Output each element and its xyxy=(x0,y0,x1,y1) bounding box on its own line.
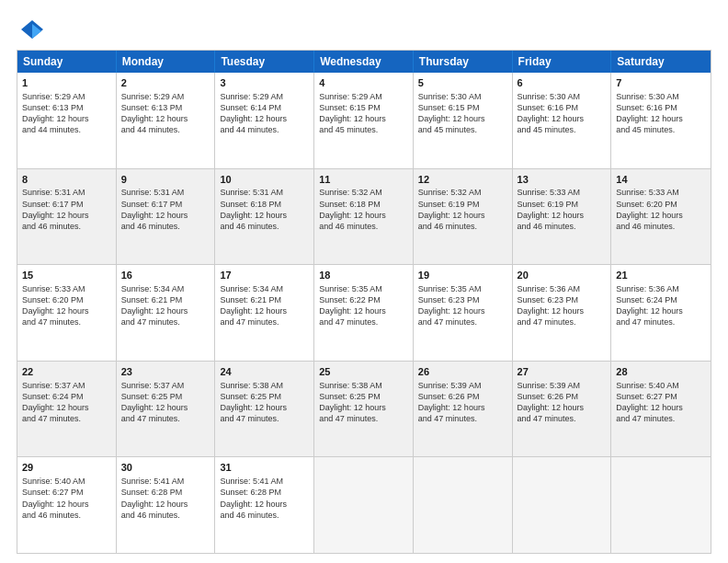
calendar-week-2: 8Sunrise: 5:31 AMSunset: 6:17 PMDaylight… xyxy=(17,168,711,265)
calendar-cell: 30Sunrise: 5:41 AMSunset: 6:28 PMDayligh… xyxy=(117,457,216,553)
calendar-cell xyxy=(314,457,414,553)
day-info: Sunrise: 5:29 AMSunset: 6:14 PMDaylight:… xyxy=(220,91,309,136)
calendar-cell: 20Sunrise: 5:36 AMSunset: 6:23 PMDayligh… xyxy=(513,265,612,361)
calendar-cell: 2Sunrise: 5:29 AMSunset: 6:13 PMDaylight… xyxy=(117,73,216,168)
day-info: Sunrise: 5:30 AMSunset: 6:16 PMDaylight:… xyxy=(518,91,607,136)
day-number: 11 xyxy=(319,173,408,187)
day-number: 17 xyxy=(220,269,309,282)
calendar-cell: 21Sunrise: 5:36 AMSunset: 6:24 PMDayligh… xyxy=(611,265,711,361)
header-day-saturday: Saturday xyxy=(611,51,711,73)
logo xyxy=(17,17,45,40)
day-info: Sunrise: 5:30 AMSunset: 6:16 PMDaylight:… xyxy=(616,91,706,136)
day-number: 10 xyxy=(220,173,309,187)
header-day-monday: Monday xyxy=(117,51,216,73)
calendar-cell: 25Sunrise: 5:38 AMSunset: 6:25 PMDayligh… xyxy=(314,362,414,457)
day-number: 23 xyxy=(121,365,210,379)
day-number: 28 xyxy=(616,365,706,379)
day-info: Sunrise: 5:33 AMSunset: 6:20 PMDaylight:… xyxy=(22,283,111,328)
day-info: Sunrise: 5:31 AMSunset: 6:17 PMDaylight:… xyxy=(121,187,210,232)
day-number: 14 xyxy=(616,173,706,187)
header-day-friday: Friday xyxy=(513,51,612,73)
calendar-cell: 31Sunrise: 5:41 AMSunset: 6:28 PMDayligh… xyxy=(215,457,314,553)
calendar-cell: 24Sunrise: 5:38 AMSunset: 6:25 PMDayligh… xyxy=(215,362,314,457)
day-number: 15 xyxy=(22,269,111,282)
calendar-cell: 29Sunrise: 5:40 AMSunset: 6:27 PMDayligh… xyxy=(17,457,117,553)
header-day-wednesday: Wednesday xyxy=(314,51,414,73)
day-info: Sunrise: 5:35 AMSunset: 6:23 PMDaylight:… xyxy=(418,283,507,328)
calendar-cell: 13Sunrise: 5:33 AMSunset: 6:19 PMDayligh… xyxy=(513,169,612,265)
day-number: 12 xyxy=(418,173,507,187)
calendar-week-1: 1Sunrise: 5:29 AMSunset: 6:13 PMDaylight… xyxy=(17,73,711,168)
day-info: Sunrise: 5:29 AMSunset: 6:15 PMDaylight:… xyxy=(319,91,408,136)
day-number: 18 xyxy=(319,269,408,282)
day-number: 9 xyxy=(121,173,210,187)
day-number: 30 xyxy=(121,461,210,475)
calendar: SundayMondayTuesdayWednesdayThursdayFrid… xyxy=(17,50,711,554)
day-info: Sunrise: 5:35 AMSunset: 6:22 PMDaylight:… xyxy=(319,283,408,328)
day-info: Sunrise: 5:31 AMSunset: 6:18 PMDaylight:… xyxy=(220,187,309,232)
day-number: 20 xyxy=(518,269,607,282)
logo-icon xyxy=(19,17,45,42)
page: SundayMondayTuesdayWednesdayThursdayFrid… xyxy=(0,0,728,563)
day-info: Sunrise: 5:37 AMSunset: 6:24 PMDaylight:… xyxy=(22,380,111,425)
calendar-week-5: 29Sunrise: 5:40 AMSunset: 6:27 PMDayligh… xyxy=(17,456,711,553)
calendar-body: 1Sunrise: 5:29 AMSunset: 6:13 PMDaylight… xyxy=(17,73,711,553)
day-info: Sunrise: 5:36 AMSunset: 6:23 PMDaylight:… xyxy=(518,283,607,328)
day-number: 25 xyxy=(319,365,408,379)
day-info: Sunrise: 5:34 AMSunset: 6:21 PMDaylight:… xyxy=(121,283,210,328)
day-info: Sunrise: 5:41 AMSunset: 6:28 PMDaylight:… xyxy=(220,476,309,521)
calendar-cell: 19Sunrise: 5:35 AMSunset: 6:23 PMDayligh… xyxy=(414,265,513,361)
calendar-cell: 14Sunrise: 5:33 AMSunset: 6:20 PMDayligh… xyxy=(611,169,711,265)
day-info: Sunrise: 5:33 AMSunset: 6:20 PMDaylight:… xyxy=(616,187,706,232)
day-number: 4 xyxy=(319,76,408,90)
day-info: Sunrise: 5:40 AMSunset: 6:27 PMDaylight:… xyxy=(22,476,111,521)
day-info: Sunrise: 5:32 AMSunset: 6:19 PMDaylight:… xyxy=(418,187,507,232)
day-info: Sunrise: 5:39 AMSunset: 6:26 PMDaylight:… xyxy=(518,380,607,425)
day-number: 31 xyxy=(220,461,309,475)
calendar-cell: 22Sunrise: 5:37 AMSunset: 6:24 PMDayligh… xyxy=(17,362,117,457)
calendar-cell: 18Sunrise: 5:35 AMSunset: 6:22 PMDayligh… xyxy=(314,265,414,361)
day-info: Sunrise: 5:29 AMSunset: 6:13 PMDaylight:… xyxy=(22,91,111,136)
day-info: Sunrise: 5:41 AMSunset: 6:28 PMDaylight:… xyxy=(121,476,210,521)
calendar-cell xyxy=(414,457,513,553)
calendar-cell xyxy=(611,457,711,553)
day-number: 29 xyxy=(22,461,111,475)
day-info: Sunrise: 5:38 AMSunset: 6:25 PMDaylight:… xyxy=(319,380,408,425)
calendar-cell: 23Sunrise: 5:37 AMSunset: 6:25 PMDayligh… xyxy=(117,362,216,457)
calendar-week-3: 15Sunrise: 5:33 AMSunset: 6:20 PMDayligh… xyxy=(17,264,711,361)
day-info: Sunrise: 5:31 AMSunset: 6:17 PMDaylight:… xyxy=(22,187,111,232)
day-number: 13 xyxy=(518,173,607,187)
day-number: 2 xyxy=(121,76,210,90)
day-number: 3 xyxy=(220,76,309,90)
calendar-cell: 27Sunrise: 5:39 AMSunset: 6:26 PMDayligh… xyxy=(513,362,612,457)
calendar-cell: 15Sunrise: 5:33 AMSunset: 6:20 PMDayligh… xyxy=(17,265,117,361)
header-day-thursday: Thursday xyxy=(414,51,513,73)
header-day-tuesday: Tuesday xyxy=(215,51,314,73)
calendar-cell: 10Sunrise: 5:31 AMSunset: 6:18 PMDayligh… xyxy=(215,169,314,265)
calendar-cell: 9Sunrise: 5:31 AMSunset: 6:17 PMDaylight… xyxy=(117,169,216,265)
calendar-cell: 1Sunrise: 5:29 AMSunset: 6:13 PMDaylight… xyxy=(17,73,117,168)
calendar-cell: 6Sunrise: 5:30 AMSunset: 6:16 PMDaylight… xyxy=(513,73,612,168)
day-number: 26 xyxy=(418,365,507,379)
day-info: Sunrise: 5:34 AMSunset: 6:21 PMDaylight:… xyxy=(220,283,309,328)
day-number: 1 xyxy=(22,76,111,90)
day-info: Sunrise: 5:36 AMSunset: 6:24 PMDaylight:… xyxy=(616,283,706,328)
day-info: Sunrise: 5:38 AMSunset: 6:25 PMDaylight:… xyxy=(220,380,309,425)
day-number: 19 xyxy=(418,269,507,282)
day-info: Sunrise: 5:37 AMSunset: 6:25 PMDaylight:… xyxy=(121,380,210,425)
day-number: 21 xyxy=(616,269,706,282)
calendar-header: SundayMondayTuesdayWednesdayThursdayFrid… xyxy=(17,51,711,73)
header xyxy=(17,17,711,40)
day-info: Sunrise: 5:32 AMSunset: 6:18 PMDaylight:… xyxy=(319,187,408,232)
day-number: 16 xyxy=(121,269,210,282)
calendar-cell: 5Sunrise: 5:30 AMSunset: 6:15 PMDaylight… xyxy=(414,73,513,168)
day-info: Sunrise: 5:30 AMSunset: 6:15 PMDaylight:… xyxy=(418,91,507,136)
calendar-cell: 3Sunrise: 5:29 AMSunset: 6:14 PMDaylight… xyxy=(215,73,314,168)
day-number: 24 xyxy=(220,365,309,379)
header-day-sunday: Sunday xyxy=(17,51,117,73)
day-number: 5 xyxy=(418,76,507,90)
calendar-cell: 8Sunrise: 5:31 AMSunset: 6:17 PMDaylight… xyxy=(17,169,117,265)
day-info: Sunrise: 5:39 AMSunset: 6:26 PMDaylight:… xyxy=(418,380,507,425)
calendar-cell: 11Sunrise: 5:32 AMSunset: 6:18 PMDayligh… xyxy=(314,169,414,265)
calendar-cell: 12Sunrise: 5:32 AMSunset: 6:19 PMDayligh… xyxy=(414,169,513,265)
